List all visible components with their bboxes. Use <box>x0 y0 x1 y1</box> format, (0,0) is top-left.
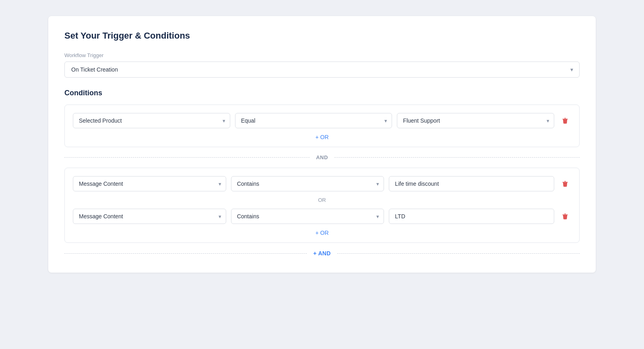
svg-rect-4 <box>562 215 568 216</box>
add-or-plus-icon-2: + <box>315 230 318 236</box>
value-input-2[interactable] <box>389 176 554 191</box>
svg-rect-1 <box>564 118 566 119</box>
field-select-wrapper-2: Message Content Selected Product ▾ <box>73 176 226 191</box>
workflow-trigger-label: Workflow Trigger <box>64 52 580 58</box>
page-container: Set Your Trigger & Conditions Workflow T… <box>8 8 636 281</box>
field-select-3[interactable]: Message Content Selected Product <box>73 209 226 224</box>
delete-condition-3-button[interactable] <box>559 210 571 222</box>
or-btn-row-1: + OR <box>73 134 571 140</box>
operator-select-3[interactable]: Contains Equal <box>231 209 384 224</box>
and-separator-1: AND <box>64 154 580 160</box>
svg-rect-2 <box>562 182 568 183</box>
value-select-1[interactable]: Fluent Support Fluent CRM Fluent Forms <box>397 113 554 128</box>
field-select-2[interactable]: Message Content Selected Product <box>73 176 226 191</box>
add-or-label-2: OR <box>320 230 329 236</box>
and-label-1: AND <box>310 154 334 160</box>
add-and-row: + AND <box>64 250 580 257</box>
condition-row-3: Message Content Selected Product ▾ Conta… <box>73 209 571 224</box>
workflow-trigger-select[interactable]: On Ticket Creation <box>64 62 580 78</box>
operator-select-wrapper-3: Contains Equal ▾ <box>231 209 384 224</box>
add-and-label: + AND <box>313 250 330 257</box>
field-select-wrapper-3: Message Content Selected Product ▾ <box>73 209 226 224</box>
page-title: Set Your Trigger & Conditions <box>64 31 580 41</box>
operator-select-wrapper-1: Equal Not Equal Contains ▾ <box>235 113 392 128</box>
add-or-plus-icon-1: + <box>315 134 318 140</box>
workflow-trigger-section: Workflow Trigger On Ticket Creation ▾ <box>64 52 580 78</box>
value-input-3[interactable] <box>389 209 554 224</box>
condition-group-1: Selected Product Message Content Subject… <box>64 105 580 147</box>
condition-row-2: Message Content Selected Product ▾ Conta… <box>73 176 571 191</box>
conditions-title: Conditions <box>64 89 580 97</box>
add-and-line-left <box>64 253 307 254</box>
delete-icon-2 <box>561 180 569 187</box>
add-and-line-right <box>337 253 580 254</box>
conditions-section: Conditions Selected Product Message Cont… <box>64 89 580 257</box>
field-select-1[interactable]: Selected Product Message Content Subject <box>73 113 230 128</box>
svg-rect-5 <box>564 214 566 214</box>
inner-or-divider: OR <box>73 197 571 203</box>
svg-rect-0 <box>562 119 568 120</box>
add-or-button-2[interactable]: + OR <box>315 230 328 236</box>
delete-icon-3 <box>561 213 569 220</box>
inner-or-text: OR <box>314 197 330 203</box>
add-and-button[interactable]: + AND <box>307 250 337 257</box>
operator-select-wrapper-2: Contains Equal ▾ <box>231 176 384 191</box>
and-separator-line-left-1 <box>64 157 310 158</box>
delete-condition-2-button[interactable] <box>559 178 571 190</box>
condition-row-1: Selected Product Message Content Subject… <box>73 113 571 128</box>
operator-select-2[interactable]: Contains Equal <box>231 176 384 191</box>
operator-select-1[interactable]: Equal Not Equal Contains <box>235 113 392 128</box>
or-btn-row-2: + OR <box>73 230 571 236</box>
field-select-wrapper-1: Selected Product Message Content Subject… <box>73 113 230 128</box>
and-separator-line-right-1 <box>334 157 580 158</box>
add-or-button-1[interactable]: + OR <box>315 134 328 140</box>
delete-icon-1 <box>561 117 569 124</box>
delete-condition-1-button[interactable] <box>559 115 571 127</box>
trigger-dropdown-wrapper: On Ticket Creation ▾ <box>64 62 580 78</box>
main-card: Set Your Trigger & Conditions Workflow T… <box>48 16 596 273</box>
add-or-label-1: OR <box>320 134 329 140</box>
value-select-wrapper-1: Fluent Support Fluent CRM Fluent Forms ▾ <box>397 113 554 128</box>
svg-rect-3 <box>564 181 566 182</box>
condition-group-2: Message Content Selected Product ▾ Conta… <box>64 168 580 243</box>
